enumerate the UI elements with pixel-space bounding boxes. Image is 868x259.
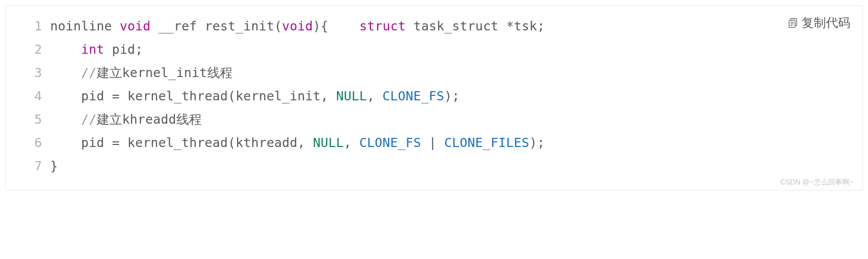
token-const: CLONE_FILES (444, 135, 530, 150)
token-paren: { (321, 19, 359, 33)
code-content: pid = kernel_thread(kthreadd, NULL, CLON… (42, 131, 545, 155)
code-line: 4 pid = kernel_thread(kernel_init, NULL,… (18, 85, 850, 108)
token-comment: // (81, 112, 97, 127)
copy-code-button[interactable]: 复制代码 (787, 15, 850, 31)
token-ident: ); (444, 89, 460, 103)
token-ident: pid = kernel_thread(kernel_init, (50, 89, 336, 103)
token-ident: pid; (104, 42, 143, 57)
line-number: 4 (18, 85, 42, 108)
token-ident: , (367, 89, 383, 103)
copy-icon (787, 17, 799, 28)
code-content: //建立kernel_init线程 (42, 61, 233, 85)
token-const: CLONE_FS (359, 135, 421, 150)
token-ident (50, 42, 81, 57)
code-line: 7} (18, 155, 850, 178)
code-line: 6 pid = kernel_thread(kthreadd, NULL, CL… (18, 131, 850, 155)
token-paren: ( (274, 19, 282, 33)
code-content: pid = kernel_thread(kernel_init, NULL, C… (42, 85, 460, 108)
token-ident: __ref (150, 19, 205, 33)
line-number: 6 (18, 131, 42, 155)
token-comment: // (81, 65, 97, 80)
watermark: CSDN @~怎么回事啊~ (780, 178, 853, 187)
code-content: noinline void __ref rest_init(void){ str… (42, 15, 545, 38)
token-func: rest_init (205, 19, 274, 33)
line-number: 7 (18, 155, 42, 178)
token-kw-void: void (282, 19, 313, 33)
token-kw-struct: struct (359, 19, 406, 33)
line-number: 2 (18, 38, 42, 61)
code-content: //建立khreadd线程 (42, 108, 202, 131)
code-line: 1noinline void __ref rest_init(void){ st… (18, 15, 850, 38)
token-kw-void: void (120, 19, 150, 33)
token-ident (50, 112, 81, 127)
token-ident: | (421, 135, 444, 150)
code-line: 3 //建立kernel_init线程 (18, 61, 850, 85)
line-number: 1 (18, 15, 42, 38)
token-ident (50, 65, 81, 80)
code-line: 2 int pid; (18, 38, 850, 61)
token-null: NULL (313, 135, 344, 150)
copy-code-label: 复制代码 (802, 15, 850, 31)
code-content: } (42, 155, 58, 178)
code-line: 5 //建立khreadd线程 (18, 108, 850, 131)
code-block: 复制代码 1noinline void __ref rest_init(void… (5, 5, 863, 191)
token-ident: task_struct *tsk; (406, 19, 545, 33)
token-cmt-text: 建立khreadd线程 (97, 112, 202, 127)
token-ident: , (344, 135, 360, 150)
token-paren: } (50, 159, 58, 173)
token-null: NULL (336, 89, 367, 103)
line-number: 3 (18, 61, 42, 85)
token-cmt-text: 建立kernel_init线程 (97, 65, 233, 80)
code-listing: 1noinline void __ref rest_init(void){ st… (18, 15, 850, 178)
token-paren: ) (313, 19, 321, 33)
token-ident: pid = kernel_thread(kthreadd, (50, 135, 313, 150)
line-number: 5 (18, 108, 42, 131)
token-const: CLONE_FS (383, 89, 444, 103)
token-ident: ); (530, 135, 545, 150)
code-content: int pid; (42, 38, 143, 61)
token-ident: noinline (50, 19, 120, 33)
token-kw-int: int (81, 42, 104, 57)
